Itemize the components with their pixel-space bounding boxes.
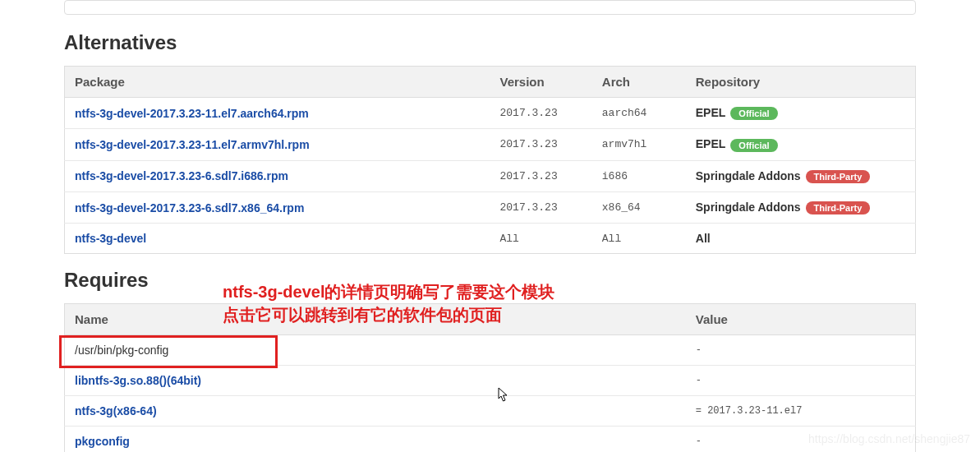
version-cell: 2017.3.23 <box>490 191 592 223</box>
package-link[interactable]: ntfs-3g-devel <box>75 232 146 245</box>
value-cell: - <box>686 366 916 396</box>
repository-name: EPEL <box>696 137 726 150</box>
col-value-header: Value <box>686 304 916 335</box>
official-badge: Official <box>730 139 777 152</box>
arch-cell: All <box>592 224 686 254</box>
alternatives-table: Package Version Arch Repository ntfs-3g-… <box>64 66 916 254</box>
version-cell: 2017.3.23 <box>490 98 592 129</box>
package-link[interactable]: ntfs-3g-devel-2017.3.23-11.el7.armv7hl.r… <box>75 138 310 151</box>
arch-cell: aarch64 <box>592 98 686 129</box>
version-cell: 2017.3.23 <box>490 129 592 160</box>
version-cell: All <box>490 224 592 254</box>
repository-name: Springdale Addons <box>696 201 801 214</box>
table-row: pkgconfig- <box>65 427 916 452</box>
repository-name: EPEL <box>696 106 726 119</box>
col-repository-header: Repository <box>686 67 916 98</box>
table-row: ntfs-3g-devel-2017.3.23-6.sdl7.x86_64.rp… <box>65 191 916 223</box>
page-container: Alternatives Package Version Arch Reposi… <box>0 0 980 452</box>
repository-cell: Springdale AddonsThird-Party <box>686 160 916 191</box>
table-row: ntfs-3g-develAllAllAll <box>65 224 916 254</box>
table-row: ntfs-3g(x86-64)= 2017.3.23-11.el7 <box>65 396 916 427</box>
package-link[interactable]: ntfs-3g-devel-2017.3.23-11.el7.aarch64.r… <box>75 107 309 120</box>
package-link[interactable]: ntfs-3g-devel-2017.3.23-6.sdl7.x86_64.rp… <box>75 201 304 214</box>
annotation-line1: ntfs-3g-devel的详情页明确写了需要这个模块 <box>223 283 554 301</box>
alternatives-header-row: Package Version Arch Repository <box>65 67 916 98</box>
third-party-badge: Third-Party <box>806 170 871 183</box>
top-strip <box>64 0 916 15</box>
repository-cell: EPELOfficial <box>686 129 916 160</box>
alternatives-heading: Alternatives <box>64 31 916 54</box>
requires-link[interactable]: pkgconfig <box>75 435 130 448</box>
requires-link[interactable]: ntfs-3g(x86-64) <box>75 404 157 417</box>
repository-name: Springdale Addons <box>696 169 801 182</box>
name-cell: /usr/bin/pkg-config <box>65 335 686 366</box>
package-link[interactable]: ntfs-3g-devel-2017.3.23-6.sdl7.i686.rpm <box>75 169 288 182</box>
arch-cell: i686 <box>592 160 686 191</box>
name-cell: ntfs-3g(x86-64) <box>65 396 686 427</box>
table-row: /usr/bin/pkg-config- <box>65 335 916 366</box>
table-row: ntfs-3g-devel-2017.3.23-6.sdl7.i686.rpm2… <box>65 160 916 191</box>
annotation-line2: 点击它可以跳转到有它的软件包的页面 <box>223 306 502 324</box>
version-cell: 2017.3.23 <box>490 160 592 191</box>
arch-cell: armv7hl <box>592 129 686 160</box>
arch-cell: x86_64 <box>592 191 686 223</box>
col-version-header: Version <box>490 67 592 98</box>
table-row: ntfs-3g-devel-2017.3.23-11.el7.armv7hl.r… <box>65 129 916 160</box>
requires-link[interactable]: libntfs-3g.so.88()(64bit) <box>75 374 201 387</box>
third-party-badge: Third-Party <box>806 201 871 214</box>
official-badge: Official <box>730 107 777 120</box>
table-row: ntfs-3g-devel-2017.3.23-11.el7.aarch64.r… <box>65 98 916 129</box>
repository-name: All <box>696 232 711 245</box>
value-cell: - <box>686 427 916 452</box>
requires-annotation-wrap: ntfs-3g-devel的详情页明确写了需要这个模块 点击它可以跳转到有它的软… <box>64 303 916 452</box>
value-cell: = 2017.3.23-11.el7 <box>686 396 916 427</box>
name-cell: libntfs-3g.so.88()(64bit) <box>65 366 686 396</box>
table-row: libntfs-3g.so.88()(64bit)- <box>65 366 916 396</box>
name-cell: pkgconfig <box>65 427 686 452</box>
repository-cell: All <box>686 224 916 254</box>
col-package-header: Package <box>65 67 490 98</box>
col-arch-header: Arch <box>592 67 686 98</box>
repository-cell: Springdale AddonsThird-Party <box>686 191 916 223</box>
value-cell: - <box>686 335 916 366</box>
annotation-text: ntfs-3g-devel的详情页明确写了需要这个模块 点击它可以跳转到有它的软… <box>223 280 554 326</box>
repository-cell: EPELOfficial <box>686 98 916 129</box>
